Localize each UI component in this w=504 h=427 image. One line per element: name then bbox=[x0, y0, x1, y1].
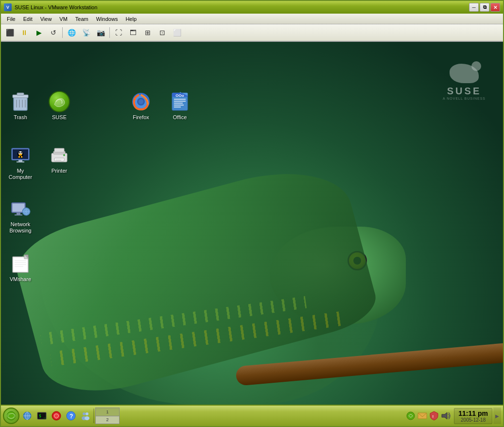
suse-tagline: A NOVELL BUSINESS bbox=[443, 97, 486, 100]
svg-point-68 bbox=[83, 412, 86, 415]
view-full-button[interactable]: ⛶ bbox=[112, 26, 125, 39]
toolbar-separator-2 bbox=[109, 27, 110, 38]
menu-windows[interactable]: Windows bbox=[92, 15, 122, 23]
main-content: SUSE A NOVELL BUSINESS bbox=[1, 42, 503, 426]
mycomputer-icon bbox=[9, 143, 32, 167]
vmshare-label: VMshare bbox=[10, 276, 31, 283]
minimize-button[interactable]: ─ bbox=[469, 3, 479, 12]
svg-point-28 bbox=[19, 154, 22, 156]
network-button-1[interactable]: 🌐 bbox=[65, 26, 78, 39]
menu-file[interactable]: File bbox=[3, 15, 19, 23]
view-autofit-button[interactable]: ⬜ bbox=[170, 26, 184, 39]
mycomputer-label: My Computer bbox=[9, 168, 32, 180]
svg-rect-17 bbox=[174, 105, 184, 106]
taskbar-separator bbox=[93, 409, 94, 423]
svg-rect-43 bbox=[15, 214, 22, 215]
taskbar-icon-network[interactable] bbox=[20, 409, 34, 423]
svg-marker-75 bbox=[442, 412, 447, 419]
menu-vm[interactable]: VM bbox=[55, 15, 71, 23]
firefox-label: Firefox bbox=[133, 114, 149, 121]
svg-rect-16 bbox=[174, 103, 183, 104]
view-window-button[interactable]: 🗔 bbox=[126, 26, 140, 39]
taskbar-icon-help[interactable]: ? bbox=[64, 409, 78, 423]
svg-rect-31 bbox=[18, 160, 22, 161]
svg-text:!: ! bbox=[433, 414, 434, 419]
tray-volume[interactable] bbox=[440, 410, 451, 421]
suse-name: SUSE bbox=[447, 86, 481, 97]
start-button[interactable] bbox=[3, 408, 19, 424]
system-tray: ! bbox=[403, 410, 453, 421]
menu-edit[interactable]: Edit bbox=[19, 15, 36, 23]
suse-icon bbox=[48, 90, 71, 113]
menu-help[interactable]: Help bbox=[122, 15, 140, 23]
workspace-2[interactable]: 2 bbox=[96, 416, 119, 424]
menu-view[interactable]: View bbox=[36, 15, 56, 23]
networkbrowsing-icon bbox=[9, 197, 32, 220]
desktop-icon-firefox[interactable]: Firefox bbox=[123, 88, 158, 123]
tray-email[interactable] bbox=[417, 410, 428, 421]
tray-suse-update[interactable] bbox=[405, 410, 416, 421]
svg-point-69 bbox=[86, 412, 88, 415]
taskbar-icon-suse-red[interactable] bbox=[50, 409, 63, 423]
vmshare-icon bbox=[9, 252, 32, 275]
firefox-icon bbox=[129, 90, 153, 113]
svg-point-27 bbox=[21, 153, 22, 153]
workspace-1[interactable]: 1 bbox=[96, 408, 119, 416]
desktop-icon-vmshare[interactable]: VMshare bbox=[3, 250, 38, 285]
svg-rect-2 bbox=[17, 93, 24, 95]
window-title: SUSE Linux - VMware Workstation bbox=[15, 4, 97, 10]
clock-time: 11:11 pm bbox=[458, 409, 488, 417]
svg-point-26 bbox=[19, 153, 20, 153]
desktop-icon-office[interactable]: OOo Office bbox=[162, 88, 197, 123]
svg-text:?: ? bbox=[70, 413, 73, 420]
restore-button[interactable]: ⧉ bbox=[480, 3, 489, 12]
svg-rect-39 bbox=[55, 160, 61, 160]
clock-date: 2005-12-18 bbox=[458, 417, 488, 423]
titlebar-left: V SUSE Linux - VMware Workstation bbox=[4, 3, 97, 11]
svg-rect-14 bbox=[174, 99, 186, 100]
desktop-icon-suse[interactable]: SUSE bbox=[42, 88, 77, 123]
svg-point-72 bbox=[407, 412, 415, 420]
tray-security[interactable]: ! bbox=[429, 410, 439, 421]
desktop-icon-trash[interactable]: Trash bbox=[3, 88, 38, 123]
suse-watermark: SUSE A NOVELL BUSINESS bbox=[440, 61, 488, 100]
view-fit-button[interactable]: ⊡ bbox=[156, 26, 169, 39]
workspace-switcher[interactable]: 1 2 bbox=[95, 408, 120, 424]
pause-button[interactable]: ⏸ bbox=[17, 26, 31, 39]
taskbar-icon-terminal[interactable]: $ _ bbox=[35, 409, 49, 423]
menu-team[interactable]: Team bbox=[71, 15, 92, 23]
app-icon: V bbox=[4, 3, 12, 11]
printer-label: Printer bbox=[52, 168, 67, 174]
taskbar-icon-people[interactable] bbox=[79, 409, 92, 423]
svg-rect-32 bbox=[17, 161, 24, 162]
svg-point-25 bbox=[21, 152, 22, 154]
svg-point-10 bbox=[139, 99, 143, 104]
svg-rect-30 bbox=[21, 156, 22, 158]
networkbrowsing-label: Network Browsing bbox=[9, 221, 31, 234]
clock[interactable]: 11:11 pm 2005-12-18 bbox=[454, 408, 492, 424]
svg-rect-35 bbox=[54, 148, 64, 152]
svg-point-71 bbox=[85, 416, 89, 420]
refresh-button[interactable]: ↺ bbox=[47, 26, 60, 39]
office-icon: OOo bbox=[168, 90, 191, 113]
stop-button[interactable]: ⬛ bbox=[3, 26, 17, 39]
titlebar: V SUSE Linux - VMware Workstation ─ ⧉ ✕ bbox=[1, 1, 503, 14]
snapshot-button[interactable]: 📷 bbox=[94, 26, 107, 39]
taskbar: $ _ ? bbox=[1, 405, 503, 426]
view-unity-button[interactable]: ⊞ bbox=[141, 26, 155, 39]
desktop-icon-networkbrowsing[interactable]: Network Browsing bbox=[3, 195, 38, 236]
suse-label: SUSE bbox=[52, 114, 67, 121]
desktop-icon-mycomputer[interactable]: My Computer bbox=[3, 142, 38, 182]
network-button-2[interactable]: 📡 bbox=[79, 26, 93, 39]
play-button[interactable]: ▶ bbox=[32, 26, 46, 39]
taskbar-expand-arrow[interactable]: ▶ bbox=[493, 408, 501, 424]
desktop[interactable]: SUSE A NOVELL BUSINESS bbox=[1, 42, 503, 405]
close-button[interactable]: ✕ bbox=[490, 3, 500, 12]
desktop-icon-printer[interactable]: Printer bbox=[42, 142, 77, 176]
trash-icon bbox=[9, 90, 32, 113]
menubar: File Edit View VM Team Windows Help bbox=[1, 14, 503, 24]
svg-point-37 bbox=[63, 154, 65, 156]
toolbar-separator-1 bbox=[62, 27, 63, 38]
svg-rect-29 bbox=[18, 156, 20, 158]
office-label: Office bbox=[173, 114, 187, 121]
